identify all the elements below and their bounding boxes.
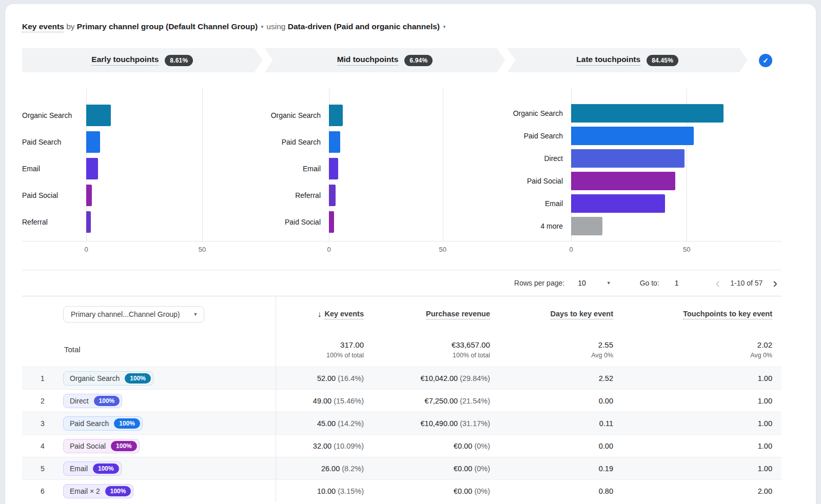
chart-category-label: Paid Social <box>502 177 571 185</box>
chart-category-label: Email <box>256 165 329 173</box>
chart-bar[interactable] <box>86 185 92 206</box>
metric-cell: 26.00 (8.2%) <box>321 465 366 473</box>
chart-bar[interactable] <box>329 131 340 153</box>
chart-bar[interactable] <box>571 172 675 190</box>
metric-cell: 0.00 <box>599 397 615 405</box>
chart-bar[interactable] <box>329 211 334 233</box>
percentage-badge: 8.61% <box>165 55 193 66</box>
chart-bar-track <box>571 104 781 123</box>
chart-row: Organic Search <box>256 102 502 129</box>
chart-category-label: Email <box>502 199 571 208</box>
chart-row: Paid Search <box>502 125 781 147</box>
channel-name: Organic Search <box>70 374 120 382</box>
total-purchase-revenue: €33,657.00 100% of total <box>452 340 492 359</box>
axis-tick-50: 50 <box>199 246 206 253</box>
channel-cell: Paid Social100% <box>63 439 140 453</box>
pagination-range: 1-10 of 57 <box>730 279 763 287</box>
rows-per-page-select[interactable]: 10 ▼ <box>578 279 611 287</box>
channel-cell: Direct100% <box>63 394 122 408</box>
bar-chart-mid-touchpoints: Organic SearchPaid SearchEmailReferralPa… <box>256 89 502 256</box>
metric-cell: 2.52 <box>599 374 615 382</box>
column-header-days-to-key-event[interactable]: Days to key event <box>550 310 615 319</box>
funnel-segment-late[interactable]: Late touchpoints 84.45% <box>507 48 748 72</box>
chart-row: Email <box>256 155 502 182</box>
chart-bar[interactable] <box>329 158 338 179</box>
dimension-dropdown[interactable]: Primary channel...Channel Group) ▼ <box>63 306 204 322</box>
chart-row: Referral <box>22 209 256 235</box>
chart-bar-track <box>571 194 781 213</box>
chart-bar[interactable] <box>329 185 336 206</box>
chart-row: Organic Search <box>502 102 781 125</box>
chart-bar[interactable] <box>86 211 91 233</box>
metric-selector[interactable]: Key events <box>22 22 64 32</box>
chart-bar[interactable] <box>571 149 685 168</box>
attribution-model-selector[interactable]: Data-driven (Paid and organic channels)▼ <box>288 22 446 31</box>
funnel-segment-label: Late touchpoints <box>576 55 640 66</box>
chart-bar[interactable] <box>571 194 665 213</box>
funnel-segment-label: Mid touchpoints <box>337 55 399 66</box>
percentage-badge: 6.94% <box>404 55 433 66</box>
row-index: 4 <box>41 442 45 450</box>
table-row: 2Direct100%49.00 (15.46%)€7,250.00 (21.5… <box>22 389 781 412</box>
chart-row: Paid Social <box>502 170 781 192</box>
axis-tick-50: 50 <box>439 246 446 253</box>
chart-bar[interactable] <box>86 158 98 179</box>
percentage-badge: 84.45% <box>647 55 678 66</box>
channel-badge: Paid Search100% <box>63 416 143 431</box>
chart-category-label: Organic Search <box>502 109 571 117</box>
arrow-drop-down-icon: ▼ <box>260 22 264 32</box>
channel-badge: Email × 2100% <box>63 484 133 498</box>
chart-bar[interactable] <box>571 217 602 235</box>
column-header-touchpoints-to-key-event[interactable]: Touchpoints to key event <box>683 310 781 319</box>
table-row: 3Paid Search100%45.00 (14.2%)€10,490.00 … <box>22 412 781 434</box>
channel-badge: Paid Social100% <box>63 439 140 453</box>
chart-bar[interactable] <box>329 105 343 126</box>
chart-category-label: Referral <box>22 218 86 226</box>
metric-cell: 0.00 <box>599 442 615 450</box>
metric-cell: €10,490.00 (31.17%) <box>421 419 492 428</box>
charts-row: Organic SearchPaid SearchEmailPaid Socia… <box>22 89 781 256</box>
chart-row: Paid Search <box>256 129 502 155</box>
metric-cell: 2.00 <box>758 487 781 495</box>
table-pagination-controls: Rows per page: 10 ▼ Go to: 1 ‹ 1-10 of 5… <box>22 270 781 296</box>
chart-category-label: 4 more <box>502 222 571 230</box>
chart-category-label: Referral <box>256 191 329 199</box>
metric-cell: 1.00 <box>758 465 781 473</box>
channel-name: Direct <box>70 397 89 405</box>
column-header-key-events[interactable]: ↓ Key events <box>317 310 366 319</box>
row-index: 5 <box>41 465 45 473</box>
chart-bar-track <box>86 211 256 233</box>
title-by-text: by <box>66 22 74 31</box>
metric-cell: 52.00 (16.4%) <box>317 374 366 382</box>
chart-bar-track <box>86 131 256 153</box>
channel-badge: Direct100% <box>63 394 122 408</box>
metric-cell: 1.00 <box>758 374 781 382</box>
dimension-selector[interactable]: Primary channel group (Default Channel G… <box>77 22 264 31</box>
chevron-right-icon[interactable]: › <box>769 276 781 290</box>
column-header-purchase-revenue[interactable]: Purchase revenue <box>426 310 492 319</box>
metric-cell: 1.00 <box>758 442 781 450</box>
go-to-label: Go to: <box>640 279 659 287</box>
chart-row: Paid Social <box>256 209 502 235</box>
chart-bar[interactable] <box>86 105 111 126</box>
chevron-left-icon[interactable]: ‹ <box>712 276 725 290</box>
chart-bar[interactable] <box>571 127 694 145</box>
metric-cell: 0.80 <box>599 487 615 495</box>
chart-bar-track <box>329 185 502 206</box>
table-header-row: Primary channel...Channel Group) ▼ ↓ Key… <box>22 296 781 332</box>
column-divider <box>276 296 276 502</box>
go-to-page-input[interactable]: 1 <box>675 279 679 287</box>
metric-cell: €0.00 (0%) <box>454 487 492 495</box>
funnel-segment-mid[interactable]: Mid touchpoints 6.94% <box>265 48 505 72</box>
chart-bar[interactable] <box>86 131 100 153</box>
arrow-drop-down-icon: ▼ <box>442 22 446 32</box>
channel-name: Paid Search <box>70 419 109 428</box>
chart-row: Email <box>22 155 256 182</box>
funnel-conversion-segment[interactable]: ✓ <box>750 48 781 72</box>
chart-category-label: Direct <box>502 154 571 163</box>
bar-chart-late-touchpoints: Organic SearchPaid SearchDirectPaid Soci… <box>502 89 781 256</box>
funnel-segment-early[interactable]: Early touchpoints 8.61% <box>22 48 263 72</box>
chart-row: Organic Search <box>22 102 256 129</box>
row-index: 2 <box>41 397 45 405</box>
chart-bar[interactable] <box>571 104 724 123</box>
